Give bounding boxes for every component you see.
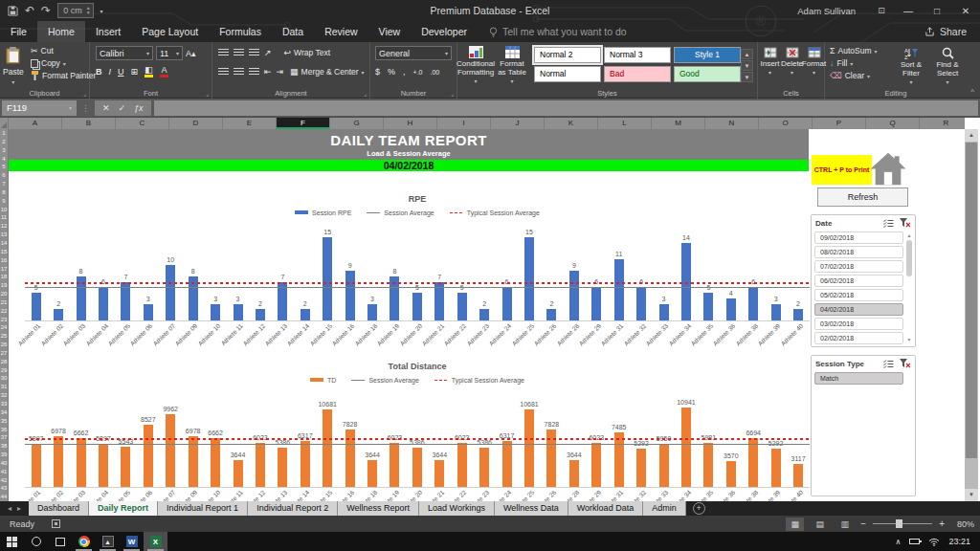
format-cells-button[interactable]: Format▾ (803, 47, 825, 76)
row-header-2[interactable]: 2 (0, 138, 8, 146)
column-header-a[interactable]: A (9, 118, 62, 129)
accounting-format-button[interactable]: $ (375, 67, 380, 77)
decrease-decimal-button[interactable]: .00 (430, 69, 439, 76)
multi-select-icon[interactable] (882, 218, 895, 229)
share-button[interactable]: Share (924, 21, 980, 42)
row-header-9[interactable]: 9 (0, 197, 8, 206)
collapse-ribbon-icon[interactable]: ^ (970, 87, 974, 96)
slicer-item-08-02-2018[interactable]: 08/02/2018 (814, 246, 903, 258)
column-header-g[interactable]: G (330, 118, 384, 129)
row-header-21[interactable]: 21 (0, 298, 8, 307)
borders-button[interactable]: ⊞ (131, 67, 139, 77)
comma-style-button[interactable]: , (403, 67, 406, 77)
menu-tab-formulas[interactable]: Formulas (209, 21, 272, 42)
macro-record-icon[interactable] (52, 519, 60, 528)
page-break-view-icon[interactable]: ▥ (835, 518, 854, 531)
scroll-thumb[interactable] (906, 240, 912, 276)
column-header-f[interactable]: F (277, 118, 330, 129)
insert-cells-button[interactable]: Insert▾ (759, 47, 781, 76)
page-layout-view-icon[interactable]: ▤ (811, 518, 829, 531)
row-header-7[interactable]: 7 (0, 180, 8, 188)
row-header-26[interactable]: 26 (0, 341, 8, 349)
ribbon-display-options-icon[interactable]: ⊡ (869, 0, 894, 21)
sheet-tab-wellness-report[interactable]: Wellness Report (338, 501, 419, 516)
row-header-11[interactable]: 11 (0, 213, 8, 222)
increase-indent-button[interactable]: ⇥ (277, 67, 284, 77)
sheet-tab-load-workings[interactable]: Load Workings (419, 501, 495, 516)
style-style-1[interactable]: Style 1 (674, 47, 741, 63)
menu-tab-view[interactable]: View (368, 21, 412, 42)
row-header-24[interactable]: 24 (0, 323, 8, 332)
style-good[interactable]: Good (674, 66, 741, 82)
menu-tab-insert[interactable]: Insert (85, 21, 131, 42)
row-header-40[interactable]: 40 (0, 459, 8, 468)
zoom-out-button[interactable]: − (860, 518, 866, 529)
report-date-cell[interactable]: 04/02/2018 (9, 160, 809, 171)
gallery-up-icon[interactable]: ▲ (741, 49, 753, 59)
row-header-3[interactable]: 3 (0, 146, 8, 155)
alignment-dialog-launcher-icon[interactable]: ⌟ (364, 90, 367, 97)
fill-color-button[interactable]: ◧ (145, 66, 153, 77)
select-all-corner[interactable] (0, 118, 9, 129)
grow-font-button[interactable]: A▴ (186, 46, 196, 60)
font-size-select[interactable]: 11▾ (156, 46, 183, 60)
row-header-5[interactable]: 5 (0, 163, 8, 171)
column-header-h[interactable]: H (384, 118, 437, 129)
start-button[interactable] (0, 532, 24, 551)
zoom-level[interactable]: 80% (951, 519, 974, 529)
date-slicer-scrollbar[interactable]: ▲ ▼ (905, 232, 913, 343)
sheet-tab-wellness-data[interactable]: Wellness Data (495, 501, 568, 516)
scroll-down-icon[interactable]: ▼ (965, 489, 978, 501)
menu-tab-developer[interactable]: Developer (411, 21, 478, 42)
menu-tab-page-layout[interactable]: Page Layout (131, 21, 209, 42)
sheet-tab-dashboard[interactable]: Dashboard (29, 501, 89, 516)
menu-tab-data[interactable]: Data (272, 21, 314, 42)
row-header-12[interactable]: 12 (0, 222, 8, 231)
row-header-32[interactable]: 32 (0, 391, 8, 400)
row-header-38[interactable]: 38 (0, 442, 8, 451)
align-right-button[interactable] (249, 68, 259, 76)
gallery-more-icon[interactable]: ▼ (741, 72, 753, 82)
column-header-r[interactable]: R (920, 118, 965, 129)
row-header-43[interactable]: 43 (0, 484, 8, 493)
number-format-select[interactable]: General▾ (375, 46, 452, 60)
row-header-29[interactable]: 29 (0, 366, 8, 375)
row-header-6[interactable]: 6 (0, 171, 8, 180)
sheet-tab-workload-data[interactable]: Workload Data (568, 501, 643, 516)
paste-button[interactable]: Paste▾ (3, 44, 24, 85)
column-header-d[interactable]: D (169, 118, 223, 129)
close-button[interactable]: ✕ (951, 0, 980, 21)
row-header-8[interactable]: 8 (0, 188, 8, 197)
menu-tab-file[interactable]: File (0, 21, 37, 42)
excel-taskbar-button[interactable]: X (144, 532, 167, 551)
sheet-tab-individual-report-2[interactable]: Individual Report 2 (248, 501, 338, 516)
row-header-23[interactable]: 23 (0, 316, 8, 324)
merge-center-button[interactable]: ▦Merge & Center▾ (290, 67, 365, 77)
scroll-thumb[interactable] (966, 143, 977, 458)
italic-button[interactable]: I (109, 67, 112, 77)
row-header-18[interactable]: 18 (0, 273, 8, 281)
column-header-i[interactable]: I (437, 118, 491, 129)
slicer-item-03-02-2018[interactable]: 03/02/2018 (814, 318, 903, 330)
column-header-m[interactable]: M (652, 118, 705, 129)
new-sheet-button[interactable]: + (693, 502, 705, 515)
style-normal-2[interactable]: Normal 2 (534, 47, 601, 63)
word-taskbar-button[interactable]: W (120, 532, 144, 551)
wrap-text-button[interactable]: ↩Wrap Text (284, 48, 331, 57)
chrome-taskbar-button[interactable] (72, 532, 96, 551)
conditional-formatting-button[interactable]: Conditional Formatting▾ (459, 42, 492, 86)
row-header-35[interactable]: 35 (0, 417, 8, 426)
slicer-item-09-02-2018[interactable]: 09/02/2018 (814, 231, 903, 244)
column-header-n[interactable]: N (705, 118, 759, 129)
row-header-15[interactable]: 15 (0, 248, 8, 256)
bold-button[interactable]: B (96, 67, 102, 77)
slicer-item-04-02-2018[interactable]: 04/02/2018 (814, 303, 903, 316)
formula-input[interactable] (154, 100, 978, 116)
refresh-button[interactable]: Refresh (817, 187, 908, 207)
menu-tab-home[interactable]: Home (37, 21, 85, 42)
font-color-button[interactable]: A (160, 66, 168, 77)
slicer-item-07-02-2018[interactable]: 07/02/2018 (814, 260, 903, 273)
increase-decimal-button[interactable]: +.0 (413, 69, 423, 76)
insert-function-icon[interactable]: ƒx (134, 103, 144, 113)
column-header-c[interactable]: C (116, 118, 169, 129)
